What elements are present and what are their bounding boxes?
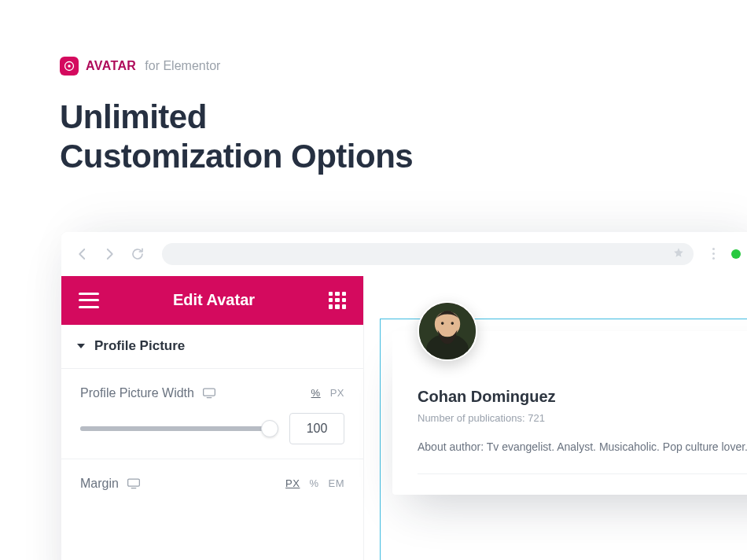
width-slider[interactable] [80,426,277,431]
section-title: Profile Picture [94,338,185,354]
control-margin: Margin PX % EM [61,459,363,496]
forward-icon[interactable] [101,245,118,263]
slider-fill [80,426,277,431]
unit-em[interactable]: EM [329,477,345,489]
svg-point-9 [451,322,454,325]
control-profile-picture-width: Profile Picture Width % PX [61,369,363,459]
window-controls [731,249,747,259]
green-dot-icon [731,249,741,259]
about-text: Tv evangelist. Analyst. Musicaholic. Pop… [487,440,747,453]
reload-icon[interactable] [129,245,146,263]
headline-line2: Customization Options [60,138,413,175]
page-headline: Unlimited Customization Options [60,98,747,177]
preview-canvas: Cohan Dominguez Number of publications: … [364,276,747,560]
width-value-input[interactable]: 100 [289,413,344,444]
svg-point-1 [68,64,70,67]
responsive-desktop-icon[interactable] [127,478,141,489]
width-label: Profile Picture Width [80,386,194,400]
brand-logo-icon [60,57,79,76]
address-bar[interactable] [162,243,694,265]
bookmark-star-icon[interactable] [673,247,684,261]
margin-unit-switch[interactable]: PX % EM [285,477,344,489]
menu-icon[interactable] [79,293,99,308]
panel-title: Edit Avatar [173,291,255,309]
unit-percent[interactable]: % [311,387,321,399]
publications-count: 721 [528,412,545,424]
browser-menu-icon[interactable] [706,248,720,260]
section-profile-picture[interactable]: Profile Picture [61,325,363,369]
panel-header: Edit Avatar [61,276,363,325]
avatar [418,301,477,361]
headline-line1: Unlimited [60,98,207,135]
responsive-desktop-icon[interactable] [202,388,216,399]
publications-meta: Number of publications: 721 [418,412,747,424]
margin-label: Margin [80,477,119,491]
unit-px[interactable]: PX [330,387,344,399]
width-unit-switch[interactable]: % PX [311,387,344,399]
browser-mock: Edit Avatar Profile Picture Profile Pict… [61,232,747,560]
back-icon[interactable] [74,245,91,263]
widgets-grid-icon[interactable] [329,292,346,309]
about-label: About author: [418,440,484,453]
author-name: Cohan Dominguez [418,388,747,406]
svg-point-8 [441,322,444,325]
svg-rect-2 [204,389,215,396]
publications-label: Number of publications: [418,412,525,424]
author-card: Cohan Dominguez Number of publications: … [392,331,747,495]
brand-name: AVATAR [86,59,136,73]
browser-toolbar [61,232,747,276]
brand-row: AVATAR for Elementor [60,57,747,76]
slider-thumb[interactable] [261,420,278,437]
author-about: About author: Tv evangelist. Analyst. Mu… [418,438,747,456]
card-divider [418,473,747,474]
unit-px[interactable]: PX [285,477,300,489]
brand-suffix: for Elementor [145,59,220,73]
svg-rect-3 [128,479,140,486]
editor-panel: Edit Avatar Profile Picture Profile Pict… [61,276,364,560]
chevron-down-icon [77,344,85,348]
unit-percent[interactable]: % [309,477,318,489]
app-body: Edit Avatar Profile Picture Profile Pict… [61,276,747,560]
